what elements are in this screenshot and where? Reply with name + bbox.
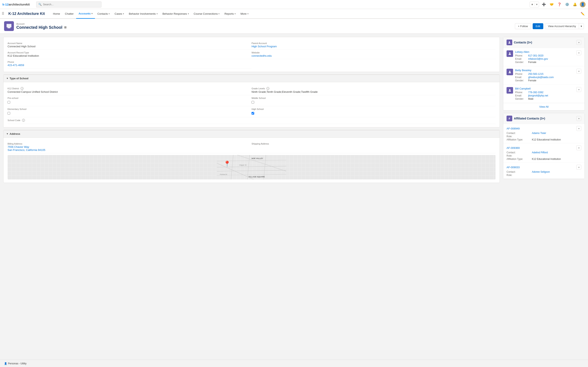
grid-icon[interactable]: ⠿ <box>2 11 4 16</box>
affiliation-id-link[interactable]: AF-009033 <box>507 166 520 169</box>
svg-point-19 <box>509 89 510 90</box>
contacts-card-header: Contacts (3+) ▾ <box>503 37 585 48</box>
view-all-contacts[interactable]: View All <box>503 103 585 110</box>
account-record-type-field: Account Record Type K12 Educational Inst… <box>8 50 251 59</box>
affiliation-dropdown-button[interactable]: ▾ <box>576 165 581 170</box>
contact-dropdown-button[interactable]: ▾ <box>576 50 581 55</box>
contact-dropdown-button[interactable]: ▾ <box>576 69 581 74</box>
nav-contacts[interactable]: Contacts ▾ <box>95 9 112 19</box>
affiliation-detail: Contact: Adelind Pifford Role: Affiliati… <box>507 151 581 160</box>
contact-email[interactable]: jborgnoli@php.net <box>528 94 574 97</box>
contact-detail: Phone: 250-583-1215 Email: gfreeburyb@ba… <box>515 73 574 82</box>
affiliated-header-left: # Affiliated Contacts (3+) <box>507 116 545 121</box>
contact-email[interactable]: gfreeburyb@baidu.com <box>528 76 574 79</box>
nav-chatter[interactable]: Chatter <box>62 9 76 19</box>
content-area: Account Name Connected High School ✏️ Pa… <box>0 34 588 367</box>
grade-levels-value: Ninth Grade;Tenth Grade;Eleventh Grade;T… <box>251 90 493 93</box>
affiliation-dropdown-button[interactable]: ▾ <box>576 145 581 150</box>
add-button[interactable]: ➕ <box>541 2 547 7</box>
follow-button[interactable]: + Follow <box>515 23 531 29</box>
affiliation-id-link[interactable]: AF-009369 <box>507 146 520 150</box>
k12-district-info-icon[interactable]: i <box>21 87 24 90</box>
chevron-down-icon[interactable]: ▾ <box>535 3 539 6</box>
nav-course-connections[interactable]: Course Connections ▾ <box>191 9 222 19</box>
hierarchy-icon[interactable]: ⊞ <box>64 26 67 29</box>
contact-name[interactable]: Betty Beasley <box>515 69 574 72</box>
middle-school-label: Middle School <box>251 97 493 99</box>
edit-nav-icon[interactable]: ✏️ <box>579 12 586 16</box>
affiliated-contacts-dropdown-button[interactable]: ▾ <box>576 116 581 121</box>
affiliation-detail: Contact: Adoree Seligson Role: <box>507 170 581 176</box>
phone-value[interactable]: 415-471-4659 <box>8 64 247 67</box>
high-school-checkbox[interactable] <box>251 112 254 115</box>
billing-address-line2[interactable]: San Francisco, California 94105 <box>8 149 247 151</box>
chevron-down-icon: ▾ <box>156 13 158 15</box>
contact-email[interactable]: mfaloon3@irs.gov <box>528 58 574 60</box>
nav-accounts[interactable]: Accounts ▾ <box>76 9 95 19</box>
nav-home[interactable]: Home <box>51 9 62 19</box>
preschool-checkbox[interactable] <box>8 101 10 104</box>
nav-behavior-involvements[interactable]: Behavior Involvements ▾ <box>126 9 160 19</box>
chevron-down-icon: ▾ <box>7 133 8 135</box>
preschool-checkbox-field <box>8 100 247 104</box>
website-label: Website <box>251 51 493 54</box>
k12-district-field: K12 District i Connected Campus Unified … <box>8 85 251 95</box>
utility-label: Personas - Utility <box>8 362 26 365</box>
bell-icon[interactable]: 🔔 <box>572 2 578 7</box>
search-input[interactable] <box>43 3 99 6</box>
role-label: Role: <box>507 174 531 176</box>
star-icon[interactable]: ★ <box>530 3 535 6</box>
parent-account-field: Parent Account High School Program ✏️ <box>251 40 495 50</box>
preschool-label: Pre-school <box>8 97 247 99</box>
address-header[interactable]: ▾ Address <box>3 130 500 138</box>
type-of-school-card: ▾ Type of School K12 District i Connecte… <box>3 75 500 127</box>
nav-reports[interactable]: Reports ▾ <box>222 9 238 19</box>
affiliation-role <box>532 174 581 176</box>
favorites-button[interactable]: ★ ▾ <box>530 2 539 7</box>
edit-button[interactable]: Edit <box>533 23 543 29</box>
view-hierarchy-button[interactable]: View Account Hierarchy ▾ <box>545 23 584 29</box>
affiliation-id-link[interactable]: AF-008949 <box>507 127 520 130</box>
nav-behavior-responses[interactable]: Behavior Responses ▾ <box>160 9 191 19</box>
svg-line-4 <box>217 170 286 171</box>
search-bar[interactable]: 🔍 <box>36 1 102 8</box>
school-code-label: School Code i <box>8 119 492 122</box>
contact-name[interactable]: Bill Campbell <box>515 87 574 90</box>
affiliation-contact[interactable]: Adamo Tixier <box>532 132 581 134</box>
middle-school-checkbox[interactable] <box>251 101 254 104</box>
help-icon[interactable]: ❓ <box>557 2 562 7</box>
affiliation-id: AF-009369 ▾ <box>507 145 581 150</box>
affiliation-contact[interactable]: Adoree Seligson <box>532 170 581 173</box>
affiliation-dropdown-button[interactable]: ▾ <box>576 126 581 131</box>
elementary-school-checkbox[interactable] <box>8 112 10 115</box>
email-label: Email: <box>515 58 527 60</box>
avatar[interactable]: 👤 <box>580 2 586 7</box>
top-navigation: k-12architecturekit 🔍 ★ ▾ ➕ 🤝 ❓ ⚙️ 🔔 👤 <box>0 0 588 9</box>
billing-address-line1[interactable]: 7556 Chavez Way <box>8 145 247 149</box>
nav-more[interactable]: More ▾ <box>238 9 251 19</box>
website-value[interactable]: connectedhs.edu <box>251 54 493 57</box>
affiliation-type: K12 Educational Institution <box>532 158 581 160</box>
svg-point-16 <box>509 42 510 42</box>
wave-icon[interactable]: 🤝 <box>549 2 554 7</box>
contact-phone[interactable]: 617-301-3020 <box>528 54 574 57</box>
contacts-dropdown-button[interactable]: ▾ <box>576 40 581 45</box>
contact-label: Contact: <box>507 170 531 173</box>
map-view[interactable]: NOE VALLEY VILLAGE SQUARE Clipper St Por… <box>8 155 495 179</box>
personas-utility-item[interactable]: 👤 Personas - Utility <box>2 361 28 366</box>
contact-dropdown-button[interactable]: ▾ <box>576 87 581 92</box>
school-code-info-icon[interactable]: i <box>22 119 25 122</box>
grade-levels-info-icon[interactable]: i <box>267 87 269 90</box>
nav-items: Home Chatter Accounts ▾ Contacts ▾ Cases… <box>51 9 251 18</box>
svg-point-17 <box>509 52 510 54</box>
contact-name[interactable]: Lelsey Allen <box>515 50 574 53</box>
type-of-school-header[interactable]: ▾ Type of School <box>3 75 500 82</box>
affiliation-contact[interactable]: Adelind Pifford <box>532 151 581 154</box>
settings-icon[interactable]: ⚙️ <box>564 2 570 7</box>
contact-item: Betty Beasley Phone: 250-583-1215 Email:… <box>503 66 585 85</box>
parent-account-value[interactable]: High School Program <box>251 45 493 48</box>
affiliation-id: AF-008949 ▾ <box>507 126 581 131</box>
contact-phone[interactable]: 776-392-3392 <box>528 91 574 94</box>
nav-cases[interactable]: Cases ▾ <box>112 9 126 19</box>
contact-phone[interactable]: 250-583-1215 <box>528 73 574 75</box>
